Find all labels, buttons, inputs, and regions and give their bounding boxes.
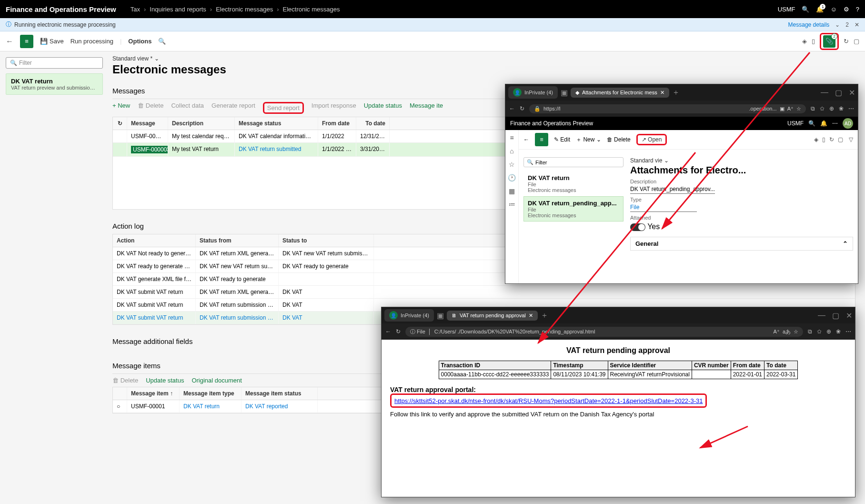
col-to[interactable]: To date — [356, 117, 390, 130]
new-tab-button[interactable]: ＋ — [672, 88, 680, 98]
update-status-button[interactable]: Update status — [364, 102, 402, 114]
close-icon[interactable]: ✕ — [849, 88, 855, 97]
close-icon[interactable]: ✕ — [846, 311, 852, 320]
save-button[interactable]: 💾 Save — [40, 38, 64, 45]
sidebar-filter-input[interactable]: 🔍 Filter — [6, 57, 103, 69]
col-desc[interactable]: Description — [168, 117, 235, 130]
message-items-button[interactable]: Message ite — [410, 102, 443, 114]
nav-menu-button[interactable]: ≡ — [20, 35, 33, 48]
filter-icon[interactable]: ▽ — [849, 136, 853, 143]
browser-tab[interactable]: 🗎 VAT return pending approval ✕ — [447, 311, 538, 321]
message-details-link[interactable]: Message details — [788, 21, 830, 28]
bell-icon[interactable]: 🔔1 — [816, 6, 824, 13]
tabs-icon[interactable]: ▣ — [561, 88, 568, 97]
run-processing-button[interactable]: Run processing — [70, 38, 113, 45]
search-icon[interactable]: 🔍 — [158, 38, 166, 45]
maximize-icon[interactable]: ▢ — [832, 311, 839, 320]
table-row[interactable]: DK VAT submit VAT returnDK VAT return XM… — [113, 286, 855, 299]
attachments-button[interactable]: 📎2 — [823, 35, 835, 48]
gear-icon[interactable]: ⚙ — [844, 6, 849, 13]
send-report-button[interactable]: Send report — [267, 104, 300, 111]
smiley-icon[interactable]: ☺ — [830, 6, 836, 13]
url-bar[interactable]: ⓘ File │ C:/Users/ ./Downloads/DK%20VAT%… — [405, 327, 803, 337]
search-icon: 🔍 — [10, 60, 17, 66]
breadcrumb-item[interactable]: Electronic messages — [282, 6, 340, 13]
new-tab-button[interactable]: ＋ — [541, 311, 548, 321]
col-item[interactable]: Message item ↑ — [127, 387, 180, 400]
delete-button[interactable]: 🗑 Delete — [112, 377, 138, 384]
delete-button[interactable]: 🗑 Delete — [607, 136, 631, 143]
attachments-badge-highlight: 📎2 — [820, 33, 839, 50]
col-status-from[interactable]: Status from — [196, 234, 279, 247]
update-status-button[interactable]: Update status — [146, 377, 184, 384]
sidebar-item-dk-vat[interactable]: DK VAT return VAT return preview and sub… — [6, 73, 103, 95]
col-message[interactable]: Message — [127, 117, 168, 130]
col-from[interactable]: From date — [318, 117, 356, 130]
general-expander[interactable]: General⌃ — [630, 237, 853, 251]
minimize-icon[interactable]: — — [818, 311, 825, 320]
grid-icon[interactable]: ▦ — [509, 187, 515, 195]
vat-approval-link[interactable]: https://skttsit52-por.skat.dk/ntse-front… — [394, 397, 703, 404]
url-bar[interactable]: 🔒 https://l .operation... ▣A⁺☆ — [529, 104, 806, 113]
col-type[interactable]: Message item type — [180, 387, 241, 400]
browser-tab[interactable]: ◆ Attachments for Electronic mess ✕ — [571, 88, 669, 98]
back-button[interactable]: ← — [523, 136, 529, 143]
back-icon[interactable]: ← — [509, 105, 515, 112]
vat-link-highlight: https://skttsit52-por.skat.dk/ntse-front… — [390, 393, 707, 408]
help-icon[interactable]: ? — [856, 6, 859, 13]
close-icon[interactable]: ✕ — [855, 21, 859, 28]
maximize-icon[interactable]: ▢ — [835, 88, 842, 97]
new-button[interactable]: + New — [112, 102, 130, 114]
col-action[interactable]: Action — [113, 234, 196, 247]
back-button[interactable]: ← — [6, 37, 13, 46]
list-icon[interactable]: ≔ — [509, 201, 515, 208]
breadcrumb-item[interactable]: Tax — [131, 6, 140, 13]
standard-view-picker[interactable]: Standard vie ⌄ — [630, 157, 853, 164]
col-status-to[interactable]: Status to — [279, 234, 374, 247]
new-window-icon[interactable]: ▢ — [854, 38, 859, 45]
refresh-col-icon[interactable]: ↻ — [113, 117, 127, 130]
refresh-icon[interactable]: ↻ — [829, 136, 834, 143]
breadcrumb-item[interactable]: Electronic messages — [216, 6, 273, 13]
import-response-button[interactable]: Import response — [312, 102, 356, 114]
menu-icon[interactable]: ≡ — [510, 134, 513, 141]
filter-input[interactable]: 🔍 Filter — [523, 157, 624, 167]
minimize-icon[interactable]: — — [821, 88, 828, 97]
attachment-item[interactable]: DK VAT return_pending_app... File Electr… — [523, 196, 624, 222]
back-icon[interactable]: ← — [385, 328, 391, 335]
search-icon[interactable]: 🔍 — [802, 6, 809, 13]
new-window-icon[interactable]: ▢ — [838, 136, 843, 143]
clock-icon[interactable]: 🕐 — [508, 174, 516, 181]
toggle[interactable] — [630, 223, 645, 231]
more-icon[interactable]: ⋯ — [832, 120, 838, 127]
options-button[interactable]: Options — [128, 38, 151, 45]
refresh-icon[interactable]: ↻ — [520, 105, 524, 112]
tag-icon[interactable]: ◈ — [814, 136, 818, 143]
generate-report-button[interactable]: Generate report — [211, 102, 255, 114]
attachment-item[interactable]: DK VAT return File Electronic messages — [523, 171, 624, 196]
book-icon[interactable]: ▯ — [822, 136, 825, 143]
col-status[interactable]: Message item status — [241, 387, 318, 400]
breadcrumb-item[interactable]: Inquiries and reports — [150, 6, 206, 13]
home-icon[interactable]: ⌂ — [510, 147, 513, 155]
company-picker[interactable]: USMF — [778, 6, 795, 13]
new-button[interactable]: ＋ New ⌄ — [576, 136, 601, 144]
bell-icon[interactable]: 🔔 — [820, 120, 827, 127]
star-icon[interactable]: ☆ — [509, 161, 515, 168]
refresh-icon[interactable]: ↻ — [396, 328, 401, 335]
refresh-icon[interactable]: ↻ — [844, 38, 849, 45]
standard-view-picker[interactable]: Standard view * ⌄ — [112, 55, 855, 62]
col-status[interactable]: Message status — [235, 117, 318, 130]
tag-icon[interactable]: ◈ — [802, 38, 807, 45]
edit-button[interactable]: ✎ Edit — [554, 136, 570, 143]
search-icon[interactable]: 🔍 — [808, 120, 815, 127]
collect-data-button[interactable]: Collect data — [171, 102, 204, 114]
nav-menu-button[interactable]: ≡ — [535, 133, 548, 146]
open-button[interactable]: ↗ Open — [642, 136, 662, 143]
original-document-button[interactable]: Original document — [191, 377, 242, 384]
chevron-down-icon[interactable]: ⌄ — [835, 21, 840, 28]
delete-button[interactable]: 🗑 Delete — [138, 102, 163, 114]
tabs-icon[interactable]: ▣ — [437, 311, 444, 320]
book-icon[interactable]: ▯ — [812, 38, 815, 45]
avatar[interactable]: AD — [843, 118, 853, 129]
